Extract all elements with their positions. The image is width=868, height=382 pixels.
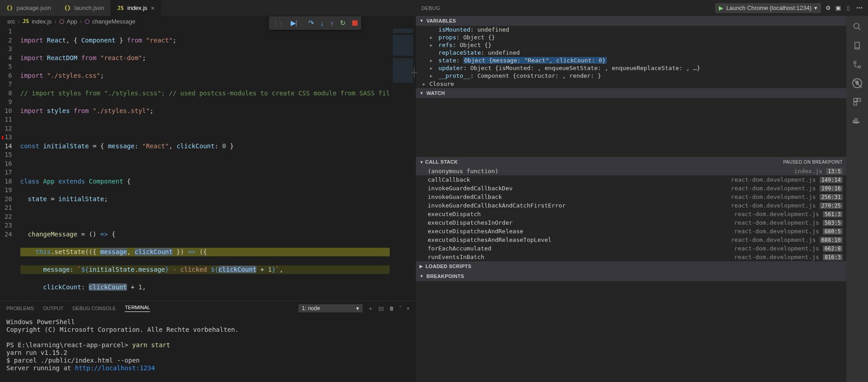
kill-terminal-icon[interactable]: 🗑 [389,306,394,311]
symbol-class-icon: ⬡ [59,18,64,25]
step-out-button[interactable]: ↑ [330,19,334,27]
panel-tab-debug-console[interactable]: DEBUG CONSOLE [72,306,116,311]
search-icon[interactable] [852,21,863,32]
svg-rect-10 [856,120,858,121]
json-file-icon: {} [6,5,13,11]
variable-row[interactable]: ▸ refs: Object {} [416,41,846,49]
source-control-icon[interactable] [852,59,863,70]
code-area[interactable]: import React, { Component } from "react"… [20,27,390,301]
callstack-row[interactable]: invokeGuardedCallbackreact-dom.developme… [416,193,846,201]
chevron-right-icon: ▶ [420,264,423,269]
bottom-panel: PROBLEMS OUTPUT DEBUG CONSOLE TERMINAL 1… [0,301,416,382]
debug-view-label: DEBUG [421,5,440,11]
files-icon [852,40,863,51]
callstack-row[interactable]: executeDispatchesInOrderreact-dom.develo… [416,218,846,227]
tab-label: package.json [16,5,51,11]
drag-handle-icon[interactable]: ⋮⋮ [273,20,284,27]
svg-rect-8 [853,120,854,121]
callstack-row[interactable]: executeDispatchesAndReleaseTopLevelreact… [416,236,846,244]
variable-row[interactable]: ▸ updater: Object {isMounted: , enqueueS… [416,64,846,72]
breakpoint-icon[interactable]: ◗ [1,133,5,142]
chevron-down-icon: ▼ [420,19,424,23]
breadcrumb-folder[interactable]: src [7,18,15,25]
callstack-row[interactable]: executeDispatchesAndReleasereact-dom.dev… [416,227,846,236]
svg-point-0 [854,24,859,29]
server-url-link[interactable]: http://localhost:1234 [75,364,155,372]
debug-toolbar[interactable]: ⋮⋮ ▶⎸ ↷ ↓ ↑ ↻ [269,16,361,30]
activity-bar-right [846,16,868,382]
tab-index-js[interactable]: JS index.js × [111,0,161,16]
continue-button[interactable]: ▶⎸ [291,19,302,27]
step-into-button[interactable]: ↓ [321,19,324,27]
chevron-down-icon: ▼ [420,160,424,165]
variable-row[interactable]: isMounted: undefined [416,26,846,33]
svg-rect-5 [854,99,857,102]
debug-config-selector[interactable]: ▶ Launch Chrome (localhost:1234) ▾ [715,3,821,13]
code-editor[interactable]: 123456789101112 ◗13 14151617181920212223… [0,27,416,301]
play-icon[interactable]: ▶ [719,5,723,11]
maximize-panel-icon[interactable]: ˆ [400,306,401,311]
svg-rect-9 [855,120,856,121]
chevron-down-icon: ▼ [420,91,424,95]
callstack-row[interactable]: invokeGuardedCallbackDevreact-dom.develo… [416,184,846,193]
docker-icon[interactable] [852,115,863,126]
variable-row[interactable]: ▸ state: Object {message: "React", click… [416,57,846,64]
variable-row[interactable]: ▸ props: Object {} [416,33,846,41]
tab-label: index.js [127,5,147,11]
breadcrumb-class[interactable]: App [67,18,77,25]
json-file-icon: {} [64,5,71,11]
terminal-body[interactable]: Windows PowerShell Copyright (C) Microso… [0,316,416,382]
symbol-method-icon: ⬡ [85,18,90,25]
variable-row[interactable]: replaceState: undefined [416,49,846,57]
chevron-right-icon: › [54,18,56,25]
debug-console-icon[interactable]: ▣ [835,5,841,11]
debug-disabled-icon[interactable] [852,78,862,88]
loaded-scripts-section-header[interactable]: ▶ LOADED SCRIPTS [416,261,846,271]
split-indicator-icon: ┼ [411,68,417,77]
variable-row[interactable]: ▸ __proto__: Component {constructor: , r… [416,72,846,80]
js-file-icon: JS [117,5,123,11]
callstack-section-header: ▼ CALL STACK PAUSED ON BREAKPOINT [416,157,846,167]
callstack-row[interactable]: invokeGuardedCallbackAndCatchFirstErrorr… [416,201,846,210]
callstack-body[interactable]: (anonymous function)index.js13:5callCall… [416,167,846,261]
svg-rect-7 [854,102,857,105]
callstack-row[interactable]: callCallbackreact-dom.development.js149:… [416,175,846,184]
breadcrumb-method[interactable]: changeMessage [92,18,135,25]
split-terminal-icon[interactable]: ▯▯ [378,306,384,311]
js-file-icon: JS [23,18,29,24]
close-tab-icon[interactable]: × [151,5,155,12]
scope-closure[interactable]: ▸ Closure [416,80,846,88]
svg-point-3 [854,61,856,64]
close-panel-icon[interactable]: × [407,306,410,311]
tab-launch-json[interactable]: {} launch.json [58,0,111,16]
callstack-row[interactable]: runEventsInBatchreact-dom.development.js… [416,253,846,261]
gear-icon[interactable]: ⚙ [826,5,831,11]
svg-line-1 [859,28,861,30]
step-over-button[interactable]: ↷ [308,19,314,27]
new-terminal-icon[interactable]: ＋ [368,305,373,312]
callstack-row[interactable]: (anonymous function)index.js13:5 [416,167,846,175]
extensions-icon[interactable] [852,96,863,107]
variables-section-header[interactable]: ▼ VARIABLES [416,16,846,26]
line-gutter[interactable]: 123456789101112 ◗13 14151617181920212223… [0,27,20,301]
watch-section-header[interactable]: ▼ WATCH [416,88,846,98]
callstack-row[interactable]: forEachAccumulatedreact-dom.development.… [416,244,846,253]
tab-package-json[interactable]: {} package.json [0,0,58,16]
stop-button[interactable] [352,20,358,26]
watch-body[interactable] [416,98,846,157]
tab-label: launch.json [75,5,104,11]
debug-config-name: Launch Chrome (localhost:1234) [726,5,811,11]
variables-body[interactable]: isMounted: undefined▸ props: Object {}▸ … [416,26,846,80]
breakpoints-section-header[interactable]: ▼ BREAKPOINTS [416,271,846,281]
more-actions-icon[interactable]: ••• [856,5,863,11]
breadcrumb-file[interactable]: index.js [32,18,52,25]
restart-button[interactable]: ↻ [340,19,346,27]
terminal-selector[interactable]: 1: node▾ [298,304,363,312]
panel-tab-output[interactable]: OUTPUT [43,306,63,311]
panel-tab-problems[interactable]: PROBLEMS [6,306,34,311]
callstack-row[interactable]: executeDispatchreact-dom.development.js5… [416,210,846,218]
svg-rect-2 [855,42,859,48]
chevron-down-icon: ▼ [420,274,424,278]
paused-label: PAUSED ON BREAKPOINT [783,160,843,165]
panel-tab-terminal[interactable]: TERMINAL [125,305,150,312]
